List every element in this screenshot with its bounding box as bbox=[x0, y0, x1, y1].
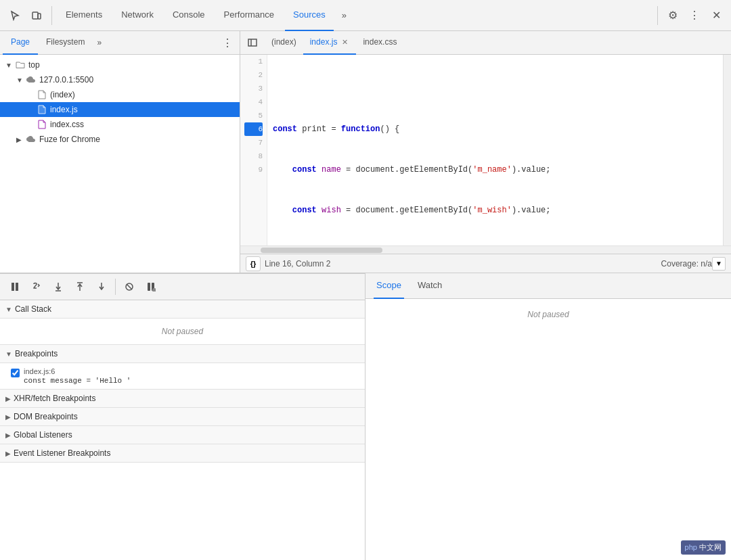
cloud-icon-server bbox=[26, 74, 37, 85]
top-toolbar: Elements Network Console Performance Sou… bbox=[0, 0, 731, 31]
pause-async-button[interactable] bbox=[141, 277, 160, 296]
xhr-breakpoints-header[interactable]: ▶ XHR/fetch Breakpoints bbox=[0, 390, 365, 408]
more-options-button[interactable]: ⋮ bbox=[685, 6, 704, 25]
tree-arrow-server: ▼ bbox=[16, 76, 26, 84]
breakpoint-file-label: index.js:6 bbox=[24, 367, 131, 375]
svg-rect-1 bbox=[38, 14, 41, 19]
horizontal-scrollbar[interactable] bbox=[240, 246, 731, 254]
main-layout: Page Filesystem » ⋮ ▼ top bbox=[0, 31, 731, 560]
tab-elements[interactable]: Elements bbox=[58, 0, 110, 31]
code-editor[interactable]: 1 2 3 4 5 6 7 8 9 const print = function… bbox=[240, 55, 731, 254]
step-over-button[interactable] bbox=[27, 277, 46, 296]
line-number-2: 2 bbox=[244, 68, 263, 82]
toolbar-divider-1 bbox=[51, 6, 52, 25]
file-icon-indexjs bbox=[37, 104, 47, 115]
deactivate-breakpoints-button[interactable] bbox=[120, 277, 139, 296]
tree-label-index: (index) bbox=[50, 90, 75, 99]
bottom-row: ▼ Call Stack Not paused ▼ Breakpoints in… bbox=[0, 273, 731, 560]
breakpoints-title: Breakpoints bbox=[15, 349, 58, 358]
event-listener-breakpoints-header[interactable]: ▶ Event Listener Breakpoints bbox=[0, 444, 365, 463]
tree-item-indexjs[interactable]: ▶ index.js bbox=[0, 102, 240, 117]
pretty-print-button[interactable]: {} bbox=[246, 256, 261, 271]
tree-label-indexjs: index.js bbox=[50, 105, 78, 114]
left-panel-bottom: ▼ Call Stack Not paused ▼ Breakpoints in… bbox=[0, 273, 366, 560]
tree-label-top: top bbox=[28, 60, 40, 70]
step-button[interactable] bbox=[92, 277, 111, 296]
call-stack-header[interactable]: ▼ Call Stack bbox=[0, 300, 365, 319]
tab-watch[interactable]: Watch bbox=[415, 273, 445, 299]
line-number-1: 1 bbox=[244, 55, 263, 68]
code-content[interactable]: const print = function() { const name = … bbox=[267, 55, 723, 246]
svg-rect-0 bbox=[32, 12, 38, 19]
svg-rect-4 bbox=[12, 283, 14, 291]
close-devtools-button[interactable]: ✕ bbox=[707, 6, 726, 25]
pause-button[interactable] bbox=[5, 277, 24, 296]
breakpoint-item-1[interactable]: index.js:6 const message = 'Hello ' bbox=[0, 363, 365, 390]
file-tabs: (index) index.js ✕ index.css bbox=[240, 31, 731, 55]
event-title: Event Listener Breakpoints bbox=[14, 448, 110, 458]
tab-network[interactable]: Network bbox=[113, 0, 162, 31]
tree-item-index[interactable]: ▶ (index) bbox=[0, 87, 240, 102]
line-number-6: 6 bbox=[244, 122, 263, 136]
left-tab-more-button[interactable]: » bbox=[93, 31, 106, 55]
toolbar-divider-2 bbox=[657, 6, 658, 25]
more-tabs-button[interactable]: » bbox=[336, 7, 352, 23]
file-tab-indexcss[interactable]: index.css bbox=[356, 31, 403, 55]
line-numbers: 1 2 3 4 5 6 7 8 9 bbox=[240, 55, 267, 246]
global-arrow: ▶ bbox=[5, 431, 11, 439]
coverage-detail-button[interactable]: ▼ bbox=[712, 257, 726, 271]
dom-breakpoints-header[interactable]: ▶ DOM Breakpoints bbox=[0, 408, 365, 426]
tree-label-server: 127.0.0.1:5500 bbox=[39, 75, 93, 85]
status-left: {} Line 16, Column 2 bbox=[246, 256, 330, 271]
breakpoint-checkbox[interactable] bbox=[11, 369, 20, 377]
right-panel-bottom: Scope Watch Not paused bbox=[366, 273, 731, 560]
line-number-3: 3 bbox=[244, 82, 263, 95]
breakpoints-header[interactable]: ▼ Breakpoints bbox=[0, 345, 365, 363]
bottom-left-panels: ▼ Call Stack Not paused ▼ Breakpoints in… bbox=[0, 300, 365, 560]
device-toggle-icon[interactable] bbox=[27, 6, 46, 25]
tree-item-indexcss[interactable]: ▶ index.css bbox=[0, 117, 240, 132]
settings-button[interactable]: ⚙ bbox=[663, 6, 682, 25]
breakpoint-code-label: const message = 'Hello ' bbox=[24, 377, 131, 385]
folder-icon-top bbox=[15, 60, 26, 70]
left-tab-options-button[interactable]: ⋮ bbox=[218, 31, 237, 55]
code-line-2: const print = function() { bbox=[273, 122, 717, 136]
svg-rect-2 bbox=[248, 39, 257, 46]
tab-performance[interactable]: Performance bbox=[216, 0, 282, 31]
file-tab-close-indexjs[interactable]: ✕ bbox=[340, 37, 349, 47]
step-into-button[interactable] bbox=[49, 277, 68, 296]
cursor-icon[interactable] bbox=[5, 6, 24, 25]
call-stack-arrow: ▼ bbox=[5, 306, 12, 313]
h-scrollbar-thumb bbox=[261, 248, 382, 253]
left-panel-top: Page Filesystem » ⋮ ▼ top bbox=[0, 31, 240, 273]
sidebar-toggle-button[interactable] bbox=[243, 33, 262, 52]
vertical-scrollbar[interactable] bbox=[723, 55, 731, 246]
tree-label-indexcss: index.css bbox=[50, 120, 84, 129]
coverage-text: Coverage: n/a bbox=[661, 259, 712, 269]
status-bar: {} Line 16, Column 2 Coverage: n/a ▼ bbox=[240, 254, 731, 273]
tab-scope[interactable]: Scope bbox=[374, 273, 404, 299]
tree-label-fuze: Fuze for Chrome bbox=[39, 135, 100, 144]
tree-item-top[interactable]: ▼ top bbox=[0, 57, 240, 72]
svg-line-12 bbox=[127, 284, 132, 289]
tree-item-fuze[interactable]: ▶ Fuze for Chrome bbox=[0, 132, 240, 147]
step-out-button[interactable] bbox=[70, 277, 89, 296]
global-listeners-header[interactable]: ▶ Global Listeners bbox=[0, 426, 365, 444]
tab-sources[interactable]: Sources bbox=[285, 0, 334, 31]
event-arrow: ▶ bbox=[5, 450, 11, 457]
dom-arrow: ▶ bbox=[5, 413, 11, 421]
tab-filesystem[interactable]: Filesystem bbox=[38, 31, 93, 55]
tab-console[interactable]: Console bbox=[164, 0, 213, 31]
call-stack-not-paused: Not paused bbox=[0, 319, 365, 345]
svg-rect-13 bbox=[148, 283, 150, 291]
file-tab-indexjs[interactable]: index.js ✕ bbox=[303, 31, 357, 55]
xhr-title: XHR/fetch Breakpoints bbox=[14, 394, 95, 403]
file-tab-index[interactable]: (index) bbox=[265, 31, 303, 55]
dom-title: DOM Breakpoints bbox=[14, 412, 78, 421]
right-panel-top: (index) index.js ✕ index.css 1 2 3 4 5 bbox=[240, 31, 731, 273]
breakpoint-info: index.js:6 const message = 'Hello ' bbox=[24, 367, 131, 385]
tree-item-server[interactable]: ▼ 127.0.0.1:5500 bbox=[0, 72, 240, 87]
global-title: Global Listeners bbox=[14, 430, 72, 440]
line-number-5: 5 bbox=[244, 109, 263, 122]
tab-page[interactable]: Page bbox=[3, 31, 38, 55]
